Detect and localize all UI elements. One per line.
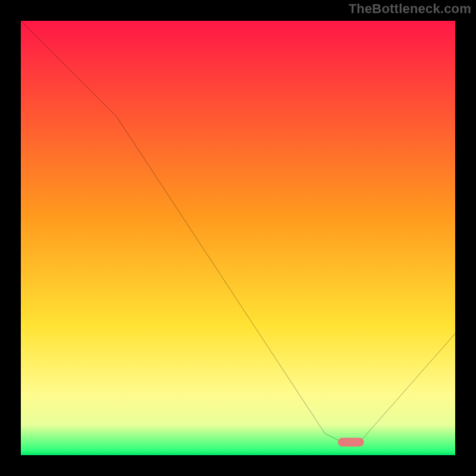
bottleneck-chart xyxy=(21,21,455,455)
chart-container: TheBottleneck.com xyxy=(0,0,476,476)
plot-frame xyxy=(18,18,458,458)
sweet-spot-marker xyxy=(338,438,364,447)
watermark-text: TheBottleneck.com xyxy=(349,1,471,17)
